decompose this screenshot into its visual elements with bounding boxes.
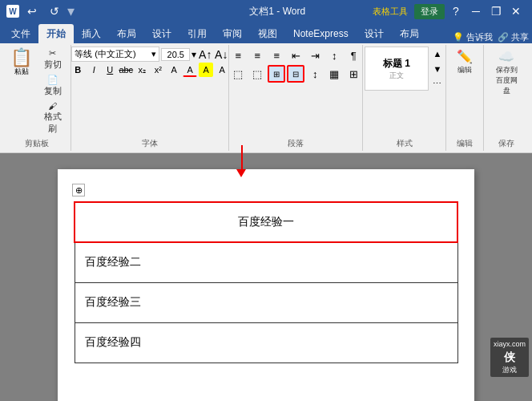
table-tools-label: 表格工具 [368,4,413,19]
shading-button[interactable]: ▦ [325,65,343,83]
restore-button[interactable]: ❐ [486,3,506,19]
table-row: 百度经验二 [75,242,457,282]
paragraph-label: 段落 [288,136,304,149]
font-size-selector[interactable]: 20.5 [161,48,190,61]
highlight-button[interactable]: A [199,63,213,77]
copy-button[interactable]: 📄 复制 [38,73,67,99]
undo-button[interactable]: ↩ [22,3,42,19]
paste-label: 粘贴 [14,67,29,77]
tab-home[interactable]: 开始 [38,24,74,43]
table-cell-2[interactable]: 百度经验二 [75,242,457,282]
styles-preview: 标题 1 正文 [365,47,429,91]
save-group: ☁️ 保存到百度网盘 保存 [484,45,529,151]
window-controls: ? ─ ❐ ✕ [446,3,526,19]
table-move-handle[interactable]: ⊕ [72,184,85,196]
font-color-button[interactable]: A [183,63,197,77]
tab-noteexpress[interactable]: NoteExpress [285,24,357,43]
decrease-font-button[interactable]: A↓ [214,47,228,62]
increase-indent-button[interactable]: ⇥ [306,47,324,64]
redo-button[interactable]: ↺ [45,3,64,19]
multilevel-list-button[interactable]: ≡ [268,47,285,64]
quick-access-more[interactable]: ▾ [67,2,75,20]
document-area: ⊕ 百度经验一 百度经验二 百度经验三 百度经验四 [0,153,532,401]
styles-more-button[interactable]: ⋯ [430,76,445,91]
minimize-button[interactable]: ─ [466,3,486,19]
paste-button[interactable]: 📋 粘贴 [6,47,36,136]
clipboard-group-content: 📋 粘贴 ✂ 剪切 📄 复制 🖌 格式刷 [6,47,67,136]
title-bar: W ↩ ↺ ▾ 文档1 - Word 表格工具 登录 ? ─ ❐ ✕ [0,0,532,22]
align-right-button[interactable]: ⊞ [268,65,285,83]
format-painter-button[interactable]: 🖌 格式刷 [38,99,67,136]
save-group-content: ☁️ 保存到百度网盘 [487,47,526,136]
italic-button[interactable]: I [87,63,101,77]
paste-icon: 📋 [10,49,32,67]
table-cell-3[interactable]: 百度经验三 [75,282,457,322]
tab-file[interactable]: 文件 [3,24,38,43]
tell-me[interactable]: 💡 告诉我 [453,31,493,43]
line-spacing-button[interactable]: ↕ [306,65,324,83]
clipboard-label: 剪贴板 [25,136,49,149]
clipboard-group: 📋 粘贴 ✂ 剪切 📄 复制 🖌 格式刷 剪贴板 [3,45,71,151]
bold-button[interactable]: B [71,63,85,77]
strikethrough-button[interactable]: abc [119,63,133,77]
subscript-button[interactable]: x₂ [135,63,149,77]
save-cloud-icon: ☁️ [498,51,514,63]
table-row: 百度经验四 [75,322,457,363]
red-arrow [236,145,246,177]
editing-group-content: ✏️ 编辑 [449,47,481,136]
clear-format-button[interactable]: A [167,63,181,77]
font-row2: B I U abc x₂ x² A A A A [71,63,229,77]
table-cell-4[interactable]: 百度经验四 [75,322,457,363]
tab-view[interactable]: 视图 [250,24,285,43]
document-page: ⊕ 百度经验一 百度经验二 百度经验三 百度经验四 [58,169,474,401]
save-baidu-button[interactable]: ☁️ 保存到百度网盘 [487,47,526,100]
close-button[interactable]: ✕ [506,3,526,19]
editing-group: ✏️ 编辑 编辑 [446,45,484,151]
editing-button[interactable]: ✏️ 编辑 [449,47,481,79]
show-marks-button[interactable]: ¶ [345,47,362,64]
font-label: 字体 [142,136,158,149]
increase-font-button[interactable]: A↑ [198,47,212,62]
styles-up-button[interactable]: ▲ [430,47,445,61]
font-size-dropdown-icon[interactable]: ▾ [191,49,196,60]
tab-design2[interactable]: 设计 [357,24,392,43]
title-bar-right: 表格工具 登录 ? ─ ❐ ✕ [368,3,526,19]
paragraph-row1: ≡ ≡ ≡ ⇤ ⇥ ↕ ¶ [229,47,362,64]
help-button[interactable]: ? [446,3,466,19]
align-justify-button[interactable]: ⊟ [287,65,304,83]
editing-label: 编辑 [457,65,472,75]
paragraph-row2: ⬚ ⬚ ⊞ ⊟ ↕ ▦ ⊞ [229,65,362,83]
sort-button[interactable]: ↕ [325,47,343,64]
align-left-button[interactable]: ⬚ [229,65,247,83]
tab-layout2[interactable]: 布局 [392,24,427,43]
share-button[interactable]: 🔗 共享 [498,31,529,43]
watermark: xiayx.com 侠 游戏 [490,338,529,377]
tab-layout[interactable]: 布局 [109,24,144,43]
bullet-list-button[interactable]: ≡ [229,47,247,64]
number-list-button[interactable]: ≡ [248,47,266,64]
align-center-button[interactable]: ⬚ [248,65,266,83]
title-bar-title: 文档1 - Word [187,5,369,18]
styles-down-button[interactable]: ▼ [430,62,445,76]
ribbon-tabs: 文件 开始 插入 布局 设计 引用 审阅 视图 NoteExpress 设计 布… [0,22,532,43]
tab-insert[interactable]: 插入 [74,24,109,43]
text-effect-button[interactable]: A [215,63,229,77]
paragraph-group: ≡ ≡ ≡ ⇤ ⇥ ↕ ¶ ⬚ ⬚ ⊞ ⊟ ↕ ▦ ⊞ 段落 [229,45,363,151]
font-group: 等线 (中文正文) ▾ 20.5 ▾ A↑ A↓ B I U abc x₂ x²… [71,45,229,151]
tab-references[interactable]: 引用 [179,24,215,43]
styles-label: 样式 [397,136,413,149]
table-row: 百度经验一 [75,202,457,242]
styles-group-content: 标题 1 正文 ▲ ▼ ⋯ [365,47,445,136]
paragraph-group-content: ≡ ≡ ≡ ⇤ ⇥ ↕ ¶ ⬚ ⬚ ⊞ ⊟ ↕ ▦ ⊞ [229,47,362,136]
login-button[interactable]: 登录 [414,4,445,19]
tab-review[interactable]: 审阅 [215,24,250,43]
font-name-selector[interactable]: 等线 (中文正文) ▾ [71,47,159,62]
cut-button[interactable]: ✂ 剪切 [38,47,67,72]
borders-button[interactable]: ⊞ [345,65,362,83]
underline-button[interactable]: U [103,63,117,77]
decrease-indent-button[interactable]: ⇤ [287,47,304,64]
table-cell-header[interactable]: 百度经验一 [75,202,457,242]
tab-design[interactable]: 设计 [144,24,179,43]
font-row1: 等线 (中文正文) ▾ 20.5 ▾ A↑ A↓ [71,47,228,62]
superscript-button[interactable]: x² [151,63,165,77]
